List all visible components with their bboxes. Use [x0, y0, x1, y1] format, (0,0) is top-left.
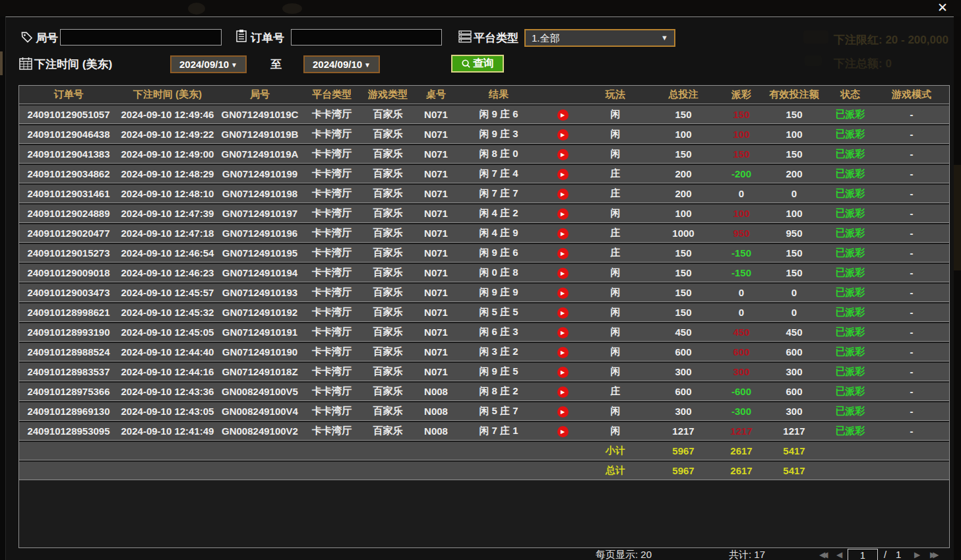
cell-play-type: 闲: [585, 326, 646, 338]
background-toggle-blob: [805, 55, 822, 66]
cell-game-type: 百家乐: [361, 227, 415, 239]
cell-valid-bet: 0: [762, 188, 826, 199]
cell-platform: 卡卡湾厅: [303, 187, 361, 200]
cell-video: ▶: [540, 128, 585, 140]
background-logo-blob: [188, 3, 205, 15]
video-play-icon[interactable]: ▶: [557, 109, 569, 121]
prev-page-icon[interactable]: ◀: [836, 550, 842, 559]
date-from-picker[interactable]: 2024/09/10▼: [170, 55, 247, 73]
query-button[interactable]: 查询: [451, 55, 504, 73]
cell-bet-time: 2024-09-10 12:45:57: [118, 287, 217, 298]
date-to-picker[interactable]: 2024/09/10▼: [303, 55, 380, 73]
table-body: 240910129051057 2024-09-10 12:49:46 GN07…: [19, 106, 949, 441]
cell-game-mode: -: [874, 109, 949, 120]
cell-order-id: 240910128983537: [19, 366, 118, 377]
grand-total-row: 总计 5967 2617 5417: [19, 462, 949, 480]
cell-game-mode: -: [874, 287, 949, 298]
cell-payout: 100: [721, 129, 762, 140]
cell-order-id: 240910128953095: [19, 425, 118, 437]
col-header-game-type: 游戏类型: [361, 88, 415, 101]
order-no-input[interactable]: [291, 29, 442, 46]
table-row: 240910129034862 2024-09-10 12:48:29 GN07…: [19, 165, 949, 183]
cell-table-no: N071: [415, 208, 457, 219]
cell-result: 闲 7 庄 7: [457, 187, 540, 200]
cell-game-mode: -: [874, 425, 949, 437]
cell-game-type: 百家乐: [361, 346, 415, 358]
cell-round-no: GN0712491018Z: [217, 366, 303, 377]
video-play-icon[interactable]: ▶: [557, 288, 569, 299]
grand-total-label: 总计: [585, 464, 646, 477]
video-play-icon[interactable]: ▶: [557, 387, 569, 398]
video-play-icon[interactable]: ▶: [557, 327, 569, 338]
cell-table-no: N071: [415, 267, 457, 278]
game-background-edge: [954, 16, 961, 560]
cell-order-id: 240910128993190: [19, 327, 118, 338]
cell-valid-bet: 300: [762, 406, 826, 417]
cell-order-id: 240910129024889: [19, 208, 118, 219]
video-play-icon[interactable]: ▶: [557, 406, 569, 418]
table-row: 240910129041383 2024-09-10 12:49:00 GN07…: [19, 145, 949, 164]
cell-total-bet: 200: [646, 168, 721, 179]
cell-table-no: N071: [415, 188, 457, 199]
cell-game-type: 百家乐: [361, 425, 415, 437]
cell-game-mode: -: [874, 406, 949, 417]
first-page-icon[interactable]: ◀◀: [819, 550, 824, 559]
cell-total-bet: 150: [646, 247, 721, 259]
cell-play-type: 庄: [585, 227, 646, 239]
cell-result: 闲 7 庄 1: [457, 425, 540, 437]
current-page-box[interactable]: 1: [848, 549, 878, 560]
order-no-label: 订单号: [251, 29, 284, 47]
cell-game-type: 百家乐: [361, 247, 415, 259]
cell-payout: 300: [721, 366, 762, 377]
video-play-icon[interactable]: ▶: [557, 367, 569, 378]
cell-game-type: 百家乐: [361, 108, 415, 121]
cell-play-type: 闲: [585, 365, 646, 378]
video-play-icon[interactable]: ▶: [557, 149, 569, 160]
records-table: 订单号 下注时间 (美东) 局号 平台类型 游戏类型 桌号 结果 玩法 总投注 …: [18, 85, 950, 548]
cell-play-type: 庄: [585, 385, 646, 398]
cell-valid-bet: 100: [762, 129, 826, 140]
cell-payout: 450: [721, 327, 762, 338]
cell-payout: 100: [721, 208, 762, 219]
video-play-icon[interactable]: ▶: [557, 268, 569, 279]
video-play-icon[interactable]: ▶: [557, 228, 569, 239]
video-play-icon[interactable]: ▶: [557, 169, 569, 180]
cell-play-type: 闲: [585, 108, 646, 121]
video-play-icon[interactable]: ▶: [557, 189, 569, 200]
betting-records-window: ✕ 下注限红: 20 - 200,000 下注总额: 0 局号 订单号 平台类型…: [0, 0, 961, 560]
close-icon[interactable]: ✕: [933, 0, 952, 16]
platform-type-select[interactable]: 1.全部 ▼: [524, 29, 675, 47]
col-header-table-no: 桌号: [415, 88, 457, 101]
cell-order-id: 240910129034862: [19, 168, 118, 179]
video-play-icon[interactable]: ▶: [557, 248, 569, 259]
calendar-icon: [19, 57, 32, 70]
video-play-icon[interactable]: ▶: [557, 208, 569, 220]
cell-play-type: 闲: [585, 306, 646, 319]
cell-play-type: 闲: [585, 207, 646, 220]
cell-video: ▶: [540, 286, 585, 299]
cell-status: 已派彩: [826, 425, 874, 437]
col-header-play: 玩法: [585, 88, 646, 101]
total-count-text: 共计: 17: [729, 549, 765, 560]
cell-result: 闲 5 庄 5: [457, 306, 540, 319]
cell-valid-bet: 150: [762, 247, 826, 259]
cell-result: 闲 9 庄 5: [457, 365, 540, 378]
video-play-icon[interactable]: ▶: [557, 347, 569, 358]
chevron-down-icon: ▼: [661, 30, 668, 46]
last-page-icon[interactable]: ▶▶: [930, 550, 935, 559]
video-play-icon[interactable]: ▶: [557, 426, 569, 437]
subtotal-label: 小计: [585, 445, 646, 457]
table-row: 240910129024889 2024-09-10 12:47:39 GN07…: [19, 204, 949, 223]
cell-game-mode: -: [874, 307, 949, 318]
cell-status: 已派彩: [826, 148, 874, 160]
video-play-icon[interactable]: ▶: [557, 307, 569, 319]
next-page-icon[interactable]: ▶: [914, 550, 920, 559]
cell-order-id: 240910129051057: [19, 109, 118, 120]
video-play-icon[interactable]: ▶: [557, 129, 569, 140]
cell-platform: 卡卡湾厅: [303, 148, 361, 160]
round-no-input[interactable]: [60, 29, 222, 46]
cell-game-type: 百家乐: [361, 168, 415, 180]
cell-table-no: N071: [415, 228, 457, 239]
cell-payout: 150: [721, 148, 762, 160]
col-header-valid-bet: 有效投注额: [762, 88, 826, 101]
